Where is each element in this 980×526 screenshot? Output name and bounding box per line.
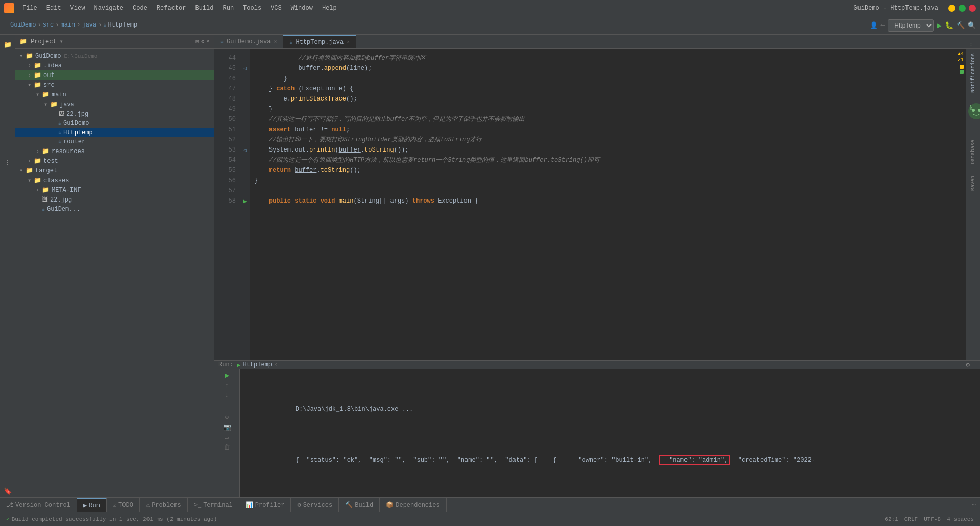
run-delete-icon[interactable]: 🗑: [224, 444, 230, 452]
output-line-1: D:\Java\jdk_1.8\bin\java.exe ...: [244, 394, 976, 424]
maximize-button[interactable]: [959, 5, 966, 12]
run-scroll-down-icon[interactable]: ↓: [225, 391, 229, 399]
close-button[interactable]: [969, 5, 976, 12]
code-line-56: }: [254, 176, 953, 186]
sidebar-structure-icon[interactable]: ⋮: [2, 156, 14, 168]
toolbar-back-icon[interactable]: ←: [881, 21, 885, 29]
tab-httptemp[interactable]: ☕ HttpTemp.java ×: [283, 35, 356, 48]
tree-item-metainf[interactable]: › 📁 META-INF: [15, 185, 214, 195]
bottom-tab-versioncontrol[interactable]: ⎇ Version Control: [0, 498, 77, 512]
file-encoding[interactable]: UTF-8: [924, 516, 941, 522]
menu-tools[interactable]: Tools: [239, 3, 265, 14]
tree-item-src[interactable]: ▾ 📁 src: [15, 80, 214, 90]
sidebar-bookmarks-icon[interactable]: 🔖: [2, 485, 14, 497]
run-marker-58[interactable]: ▶: [243, 197, 247, 205]
bottom-tab-run[interactable]: ▶ Run: [77, 498, 107, 512]
expand-icon[interactable]: ⋯: [972, 501, 976, 509]
bottom-tab-build[interactable]: 🔨 Build: [339, 498, 380, 512]
tree-item-idea[interactable]: › 📁 .idea: [15, 61, 214, 70]
bottom-tab-problems[interactable]: ⚠ Problems: [140, 498, 188, 512]
bottom-tab-profiler[interactable]: 📊 Profiler: [239, 498, 291, 512]
breadcrumb-java[interactable]: java: [82, 21, 96, 29]
maven-icon[interactable]: Maven: [969, 173, 977, 193]
build-label: Build: [355, 502, 373, 509]
titlebar: File Edit View Navigate Code Refactor Bu…: [0, 0, 980, 16]
code-line-45: buffer.append(line);: [254, 63, 953, 73]
menu-refactor[interactable]: Refactor: [153, 3, 190, 14]
run-settings2-icon[interactable]: ⚙: [225, 413, 229, 421]
project-dropdown-icon[interactable]: ▾: [60, 38, 63, 45]
tree-item-resources[interactable]: › 📁 resources: [15, 146, 214, 156]
search-icon[interactable]: 🔍: [968, 21, 976, 30]
profiler-label: Profiler: [255, 502, 285, 509]
run-minimize-icon[interactable]: −: [972, 361, 976, 369]
project-collapse-icon[interactable]: ⊟: [195, 38, 199, 45]
tree-item-java[interactable]: ▾ 📁 java: [15, 99, 214, 109]
run-settings-icon[interactable]: ⚙: [966, 361, 970, 369]
warning-indicator[interactable]: ▲4 ✓1: [958, 51, 966, 63]
tree-item-out[interactable]: › 📁 out: [15, 70, 214, 80]
tree-item-target[interactable]: ▾ 📁 target: [15, 166, 214, 176]
tree-item-guidemo[interactable]: ▾ 📁 GuiDemo E:\GuiDemo: [15, 51, 214, 61]
tab-more-icon[interactable]: ⋮: [966, 40, 976, 48]
build-icon[interactable]: 🔨: [957, 21, 965, 30]
project-panel: 📁 Project ▾ ⊟ ⚙ × ▾ 📁 GuiDemo E:\GuiDemo: [15, 35, 214, 497]
tree-label-22jpg: 22.jpg: [66, 111, 88, 118]
tree-item-22jpg[interactable]: 🖼 22.jpg: [15, 109, 214, 119]
menu-window[interactable]: Window: [287, 3, 317, 14]
fold-marker-45[interactable]: ◁: [243, 66, 246, 71]
menu-vcs[interactable]: VCS: [266, 3, 286, 14]
run-tab-close[interactable]: ×: [274, 362, 277, 368]
menu-build[interactable]: Build: [191, 3, 217, 14]
tab-guidemo[interactable]: ☕ GuiDemo.java ×: [214, 35, 283, 48]
tree-item-test[interactable]: › 📁 test: [15, 156, 214, 166]
run-panel-tab[interactable]: ▶ HttpTemp ×: [237, 361, 277, 368]
minimize-button[interactable]: [948, 5, 955, 12]
project-close-icon[interactable]: ×: [206, 38, 210, 45]
run-scroll-up-icon[interactable]: ↑: [225, 382, 229, 389]
bottom-tab-todo[interactable]: ☑ TODO: [107, 498, 140, 512]
tab-close-httptemp[interactable]: ×: [347, 40, 350, 45]
menu-help[interactable]: Help: [318, 3, 341, 14]
code-line-54: //因为这是一个有返回类型的HTTP方法，所以也需要return一个String…: [254, 155, 953, 165]
tree-item-classes[interactable]: ▾ 📁 classes: [15, 176, 214, 185]
tree-item-httptemp[interactable]: ☕ HttpTemp: [15, 128, 214, 137]
cursor-position[interactable]: 62:1: [885, 516, 898, 522]
notifications-icon[interactable]: Notifications: [969, 51, 977, 95]
run-config-dropdown[interactable]: HttpTemp: [888, 19, 934, 32]
run-camera-icon[interactable]: 📷: [223, 423, 231, 432]
toolbar-person-icon[interactable]: 👤: [870, 21, 878, 30]
menu-file[interactable]: File: [18, 3, 41, 14]
bottom-tab-dependencies[interactable]: 📦 Dependencies: [380, 498, 446, 512]
tree-item-guidemo-java[interactable]: ☕ GuiDemo: [15, 119, 214, 128]
line-separator[interactable]: CRLF: [904, 516, 918, 522]
tree-item-guidem[interactable]: ☕ GuiDem...: [15, 205, 214, 214]
menu-edit[interactable]: Edit: [42, 3, 65, 14]
tree-label-main: main: [52, 91, 66, 98]
indent-setting[interactable]: 4 spaces: [947, 516, 974, 522]
menu-run[interactable]: Run: [218, 3, 238, 14]
breadcrumb-guidemo[interactable]: GuiDemo: [10, 21, 36, 29]
database-icon[interactable]: Database: [969, 138, 977, 166]
left-sidebar: 📁 ⋮ 🔖: [0, 35, 15, 497]
debug-button[interactable]: 🐛: [945, 21, 953, 30]
project-settings-icon[interactable]: ⚙: [201, 38, 205, 45]
menu-navigate[interactable]: Navigate: [90, 3, 128, 14]
bottom-tab-services[interactable]: ⚙ Services: [291, 498, 339, 512]
tree-item-router[interactable]: ☕ router: [15, 137, 214, 146]
sidebar-project-icon[interactable]: 📁: [2, 39, 14, 51]
menu-view[interactable]: View: [66, 3, 89, 14]
bottom-tab-terminal[interactable]: >_ Terminal: [188, 498, 239, 512]
tree-item-target-22jpg[interactable]: 🖼 22.jpg: [15, 195, 214, 205]
run-button[interactable]: ▶: [937, 20, 942, 31]
breadcrumb-httptemp[interactable]: ☕HttpTemp: [103, 21, 137, 29]
breadcrumb-main[interactable]: main: [60, 21, 75, 29]
fold-marker-53[interactable]: ◁: [243, 147, 246, 153]
tab-close-guidemo[interactable]: ×: [274, 39, 277, 45]
menu-code[interactable]: Code: [129, 3, 152, 14]
tree-item-main[interactable]: ▾ 📁 main: [15, 90, 214, 99]
run-wrap-icon[interactable]: ↵: [225, 434, 229, 442]
run-restart-button[interactable]: ▶: [225, 371, 229, 380]
code-editor[interactable]: //逐行将返回内容加载到buffer字符串缓冲区 buffer.append(l…: [250, 49, 958, 360]
breadcrumb-src[interactable]: src: [43, 21, 54, 29]
